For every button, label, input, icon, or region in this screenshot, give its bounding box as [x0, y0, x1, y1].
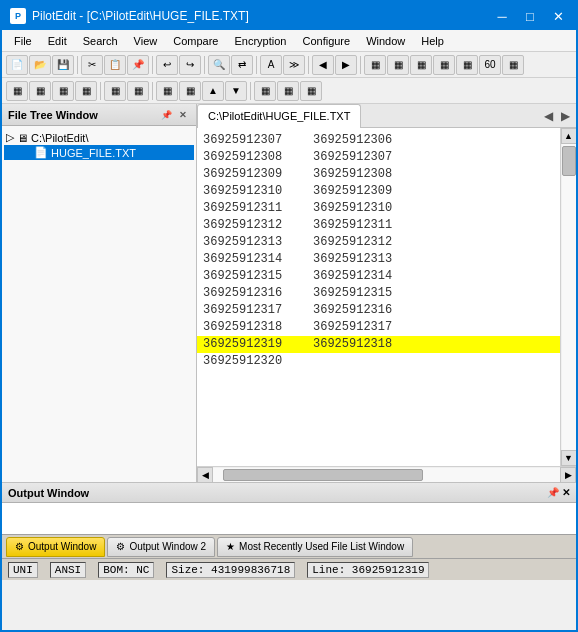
- code-line-2: 3692591230936925912308: [197, 166, 560, 183]
- menu-item-file[interactable]: File: [6, 30, 40, 51]
- editor-scrollbar-horizontal[interactable]: ◀ ▶: [197, 466, 576, 482]
- close-tree-icon[interactable]: ✕: [176, 108, 190, 122]
- close-output-icon[interactable]: ✕: [562, 487, 570, 498]
- nav-prev-icon[interactable]: ◀: [542, 109, 555, 123]
- tb2-g[interactable]: ▦: [156, 81, 178, 101]
- code-col1-7: 36925912314: [203, 251, 313, 268]
- editor-nav: ◀ ▶: [538, 109, 576, 123]
- bottom-tab-0[interactable]: ⚙Output Window: [6, 537, 105, 557]
- minimize-button[interactable]: ─: [492, 6, 512, 26]
- tb2-e[interactable]: ▦: [104, 81, 126, 101]
- code-col2-10: 36925912316: [313, 302, 392, 319]
- font-button[interactable]: A: [260, 55, 282, 75]
- tool-a[interactable]: ▦: [364, 55, 386, 75]
- tool-d[interactable]: ▦: [433, 55, 455, 75]
- undo-button[interactable]: ↩: [156, 55, 178, 75]
- tb2-f[interactable]: ▦: [127, 81, 149, 101]
- title-bar-left: P PilotEdit - [C:\PilotEdit\HUGE_FILE.TX…: [10, 8, 249, 24]
- tb2-m[interactable]: ▦: [300, 81, 322, 101]
- status-line: Line: 36925912319: [307, 562, 429, 578]
- menu-item-help[interactable]: Help: [413, 30, 452, 51]
- editor-content: 3692591230736925912306369259123083692591…: [197, 128, 576, 466]
- status-bom: BOM: NC: [98, 562, 154, 578]
- status-size: Size: 431999836718: [166, 562, 295, 578]
- output-title: Output Window: [8, 487, 89, 499]
- file-tree-header-controls: 📌 ✕: [159, 108, 190, 122]
- editor-scroll-area[interactable]: 3692591230736925912306369259123083692591…: [197, 128, 560, 466]
- save-button[interactable]: 💾: [52, 55, 74, 75]
- maximize-button[interactable]: □: [520, 6, 540, 26]
- nav-back-button[interactable]: ◀: [312, 55, 334, 75]
- scroll-down-arrow[interactable]: ▼: [561, 450, 577, 466]
- folder-expand-icon: ▷: [6, 131, 14, 144]
- bold-button[interactable]: ≫: [283, 55, 305, 75]
- editor-panel: C:\PilotEdit\HUGE_FILE.TXT ◀ ▶ 369259123…: [197, 104, 576, 482]
- tb2-a[interactable]: ▦: [6, 81, 28, 101]
- tb2-b[interactable]: ▦: [29, 81, 51, 101]
- new-button[interactable]: 📄: [6, 55, 28, 75]
- menu-item-window[interactable]: Window: [358, 30, 413, 51]
- redo-button[interactable]: ↪: [179, 55, 201, 75]
- close-button[interactable]: ✕: [548, 6, 568, 26]
- toolbar-1: 📄 📂 💾 ✂ 📋 📌 ↩ ↪ 🔍 ⇄ A ≫ ◀ ▶ ▦ ▦ ▦ ▦ ▦ 60…: [2, 52, 576, 78]
- tree-folder-root[interactable]: ▷ 🖥 C:\PilotEdit\: [4, 130, 194, 145]
- menu-item-view[interactable]: View: [126, 30, 166, 51]
- tool-g[interactable]: ▦: [502, 55, 524, 75]
- code-col1-0: 36925912307: [203, 132, 313, 149]
- scroll-right-arrow[interactable]: ▶: [560, 467, 576, 483]
- tb2-j[interactable]: ▼: [225, 81, 247, 101]
- editor-tab[interactable]: C:\PilotEdit\HUGE_FILE.TXT: [197, 104, 361, 128]
- scroll-track-h[interactable]: [213, 468, 560, 482]
- code-col1-5: 36925912312: [203, 217, 313, 234]
- menu-item-encryption[interactable]: Encryption: [226, 30, 294, 51]
- copy-button[interactable]: 📋: [104, 55, 126, 75]
- code-col1-13: 36925912320: [203, 353, 313, 370]
- toolbar-sep-3: [204, 56, 205, 74]
- tb2-k[interactable]: ▦: [254, 81, 276, 101]
- cut-button[interactable]: ✂: [81, 55, 103, 75]
- scroll-thumb-h[interactable]: [223, 469, 423, 481]
- menu-item-configure[interactable]: Configure: [294, 30, 358, 51]
- code-col1-6: 36925912313: [203, 234, 313, 251]
- pin-icon[interactable]: 📌: [159, 108, 173, 122]
- tb2-l[interactable]: ▦: [277, 81, 299, 101]
- menu-item-search[interactable]: Search: [75, 30, 126, 51]
- tb2-c[interactable]: ▦: [52, 81, 74, 101]
- editor-scrollbar-vertical[interactable]: ▲ ▼: [560, 128, 576, 466]
- tool-f[interactable]: 60: [479, 55, 501, 75]
- menu-item-compare[interactable]: Compare: [165, 30, 226, 51]
- scroll-thumb-v[interactable]: [562, 146, 576, 176]
- code-col2-2: 36925912308: [313, 166, 392, 183]
- tb2-d[interactable]: ▦: [75, 81, 97, 101]
- bottom-tab-label-0: Output Window: [28, 541, 96, 552]
- code-line-9: 3692591231636925912315: [197, 285, 560, 302]
- tree-folder-label: C:\PilotEdit\: [31, 132, 88, 144]
- bottom-tab-bar: ⚙Output Window⚙Output Window 2★Most Rece…: [2, 534, 576, 558]
- code-col1-8: 36925912315: [203, 268, 313, 285]
- bottom-tab-2[interactable]: ★Most Recently Used File List Window: [217, 537, 413, 557]
- tool-c[interactable]: ▦: [410, 55, 432, 75]
- nav-next-icon[interactable]: ▶: [559, 109, 572, 123]
- editor-tab-bar: C:\PilotEdit\HUGE_FILE.TXT ◀ ▶: [197, 104, 576, 128]
- menu-item-edit[interactable]: Edit: [40, 30, 75, 51]
- scroll-track-v[interactable]: [562, 144, 576, 450]
- tool-b[interactable]: ▦: [387, 55, 409, 75]
- scroll-left-arrow[interactable]: ◀: [197, 467, 213, 483]
- code-col2-11: 36925912317: [313, 319, 392, 336]
- file-icon: 📄: [34, 146, 48, 159]
- replace-button[interactable]: ⇄: [231, 55, 253, 75]
- tb2-h[interactable]: ▦: [179, 81, 201, 101]
- scroll-up-arrow[interactable]: ▲: [561, 128, 577, 144]
- open-button[interactable]: 📂: [29, 55, 51, 75]
- pin-output-icon[interactable]: 📌: [547, 487, 559, 498]
- code-line-1: 3692591230836925912307: [197, 149, 560, 166]
- tb2-i[interactable]: ▲: [202, 81, 224, 101]
- find-button[interactable]: 🔍: [208, 55, 230, 75]
- tool-e[interactable]: ▦: [456, 55, 478, 75]
- paste-button[interactable]: 📌: [127, 55, 149, 75]
- bottom-tab-1[interactable]: ⚙Output Window 2: [107, 537, 215, 557]
- code-col1-1: 36925912308: [203, 149, 313, 166]
- tree-file-item[interactable]: 📄 HUGE_FILE.TXT: [4, 145, 194, 160]
- nav-forward-button[interactable]: ▶: [335, 55, 357, 75]
- code-line-8: 3692591231536925912314: [197, 268, 560, 285]
